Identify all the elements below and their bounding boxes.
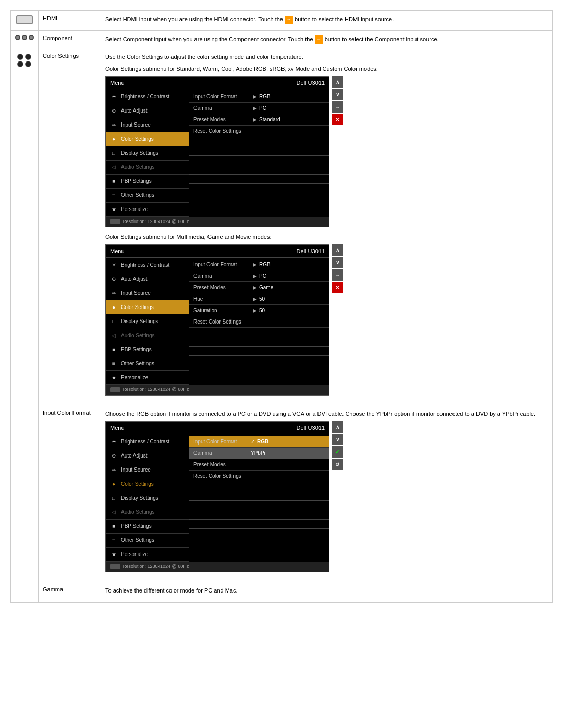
game-color-icon: ● [109, 302, 118, 312]
input-color-format-desc: Choose the RGB option if monitor is conn… [105, 410, 548, 418]
osd-rgb-body: ☀ Brightness / Contrast ⊙ Auto Adjust ⇒ … [106, 435, 329, 562]
nav-back-rgb[interactable]: ↺ [332, 459, 343, 470]
color-settings-icon [17, 54, 32, 67]
footer-resolution-s1: Resolution: 1280x1024 @ 60Hz [123, 218, 189, 226]
game-personalize-icon: ★ [109, 373, 118, 382]
nav-down-standard[interactable]: ∨ [332, 89, 343, 100]
osd-game-saturation: Saturation ▶ 50 [189, 305, 329, 316]
osd-item-auto-adjust: ⊙ Auto Adjust [106, 104, 189, 118]
osd-standard-right: Input Color Format ▶ RGB Gamma ▶ PC [189, 90, 329, 217]
osd-standard-container: Menu Dell U3011 ☀ Brightness / Contrast [105, 76, 548, 227]
nav-right-game[interactable]: → [332, 269, 343, 281]
gamma-value-s1: PC [259, 104, 266, 112]
rgb-sep-3 [189, 501, 329, 510]
osd-separator-3 [189, 156, 329, 165]
osd-game-body: ☀ Brightness / Contrast ⊙ Auto Adjust ⇒ … [106, 258, 329, 385]
color-settings-menu-icon: ● [109, 134, 118, 144]
rgb-sep-1 [189, 482, 329, 491]
preset-modes-value-s1: Standard [259, 116, 280, 124]
component-icon-cell [11, 31, 39, 48]
osd-game-model: Dell U3011 [297, 247, 325, 256]
osd-rgb-other: ≡ Other Settings [106, 534, 189, 548]
rgb-pbp-icon: ■ [109, 522, 118, 531]
nav-down-game[interactable]: ∨ [332, 257, 343, 268]
game-saturation-label: Saturation [193, 306, 251, 314]
osd-rgb-color: ● Color Settings [106, 477, 189, 491]
footer-icon-rgb [110, 564, 120, 569]
osd-item-other-settings: ≡ Other Settings [106, 189, 189, 203]
audio-settings-icon: ◁ [109, 163, 118, 172]
game-audio-icon: ◁ [109, 330, 118, 340]
osd-rgb-title: Menu [110, 424, 125, 433]
game-gamma-label: Gamma [193, 272, 251, 280]
nav-up-standard[interactable]: ∧ [332, 76, 343, 88]
display-settings-label: Display Settings [121, 149, 158, 157]
nav-buttons-rgb: ∧ ∨ ✓ ↺ [332, 421, 343, 470]
osd-game-container: Menu Dell U3011 ☀ Brightness / Contrast [105, 244, 548, 396]
input-color-format-content: Choose the RGB option if monitor is conn… [101, 405, 553, 582]
personalize-icon: ★ [109, 205, 118, 214]
osd-item-pbp-settings: ■ PBP Settings [106, 175, 189, 189]
osd-item-brightness: ☀ Brightness / Contrast [106, 90, 189, 104]
osd-item-display-settings: □ Display Settings [106, 146, 189, 161]
nav-up-game[interactable]: ∧ [332, 244, 343, 256]
color-settings-desc1: Use the Color Settings to adjust the col… [105, 53, 548, 61]
gamma-icon-cell [11, 582, 39, 603]
osd-rgb-brightness: ☀ Brightness / Contrast [106, 435, 189, 449]
input-color-format-label: Input Color Format [39, 405, 101, 582]
rgb-resolution: Resolution: 1280x1024 @ 60Hz [123, 563, 189, 571]
reset-color-label-s1: Reset Color Settings [193, 127, 251, 135]
component-content: Select Component input when you are usin… [101, 31, 553, 48]
nav-close-game[interactable]: ✕ [332, 282, 343, 293]
nav-right-standard[interactable]: → [332, 101, 343, 113]
osd-rgb-display: □ Display Settings [106, 491, 189, 505]
osd-game-hue: Hue ▶ 50 [189, 293, 329, 305]
osd-rgb-audio: ◁ Audio Settings [106, 505, 189, 520]
osd-rgb-personalize: ★ Personalize [106, 548, 189, 562]
input-color-format-icon-cell [11, 405, 39, 582]
osd-rgb-menu: Menu Dell U3011 ☀ Brightness / Contrast [105, 421, 329, 572]
osd-rgb-pbp: ■ PBP Settings [106, 520, 189, 534]
osd-item-color-settings-active: ● Color Settings [106, 132, 189, 146]
osd-game-brightness: ☀ Brightness / Contrast [106, 258, 189, 272]
color-settings-desc2: Color Settings submenu for Standard, War… [105, 65, 548, 73]
color-settings-menu-label: Color Settings [121, 135, 154, 143]
osd-game-reset: Reset Color Settings [189, 316, 329, 328]
nav-up-rgb[interactable]: ∧ [332, 421, 343, 433]
game-sep-1 [189, 328, 329, 337]
osd-item-personalize: ★ Personalize [106, 203, 189, 217]
osd-game-right: Input Color Format ▶ RGB Gamma ▶ PC [189, 258, 329, 385]
gamma-arrow-s1: ▶ [253, 104, 257, 112]
nav-buttons-game: ∧ ∨ → ✕ [332, 244, 343, 293]
nav-close-standard[interactable]: ✕ [332, 114, 343, 125]
osd-right-input-color: Input Color Format ▶ RGB [189, 91, 329, 103]
game-auto-icon: ⊙ [109, 274, 118, 283]
arrow-button-component: → [315, 35, 323, 44]
osd-rgb-preset: Preset Modes [189, 459, 329, 471]
preset-modes-arrow-s1: ▶ [253, 116, 257, 124]
hdmi-label: HDMI [39, 11, 101, 31]
rgb-sep-2 [189, 491, 329, 501]
game-brightness-icon: ☀ [109, 260, 118, 269]
osd-game-other: ≡ Other Settings [106, 356, 189, 371]
game-preset-label: Preset Modes [193, 283, 251, 291]
osd-game-left: ☀ Brightness / Contrast ⊙ Auto Adjust ⇒ … [106, 258, 189, 385]
hdmi-desc: Select HDMI input when you are using the… [105, 16, 394, 22]
arrow-button-hdmi: → [285, 16, 293, 24]
osd-separator-1 [189, 137, 329, 146]
footer-icon-game [110, 387, 120, 392]
nav-down-rgb[interactable]: ∨ [332, 434, 343, 445]
osd-rgb-ypbpr: Gamma YPbPr [189, 448, 329, 459]
game-pbp-icon: ■ [109, 344, 118, 354]
game-sep-2 [189, 337, 329, 347]
osd-game-input-source: ⇒ Input Source [106, 286, 189, 300]
nav-check-rgb[interactable]: ✓ [332, 446, 343, 458]
osd-game-pbp: ■ PBP Settings [106, 342, 189, 356]
hdmi-icon-cell [11, 11, 39, 31]
rgb-gamma-label: Gamma [193, 449, 251, 457]
osd-right-preset: Preset Modes ▶ Standard [189, 114, 329, 126]
game-input-icon: ⇒ [109, 288, 118, 298]
osd-rgb-header: Menu Dell U3011 [106, 422, 329, 435]
osd-rgb-container: Menu Dell U3011 ☀ Brightness / Contrast [105, 421, 548, 572]
rgb-reset-label: Reset Color Settings [193, 472, 251, 480]
